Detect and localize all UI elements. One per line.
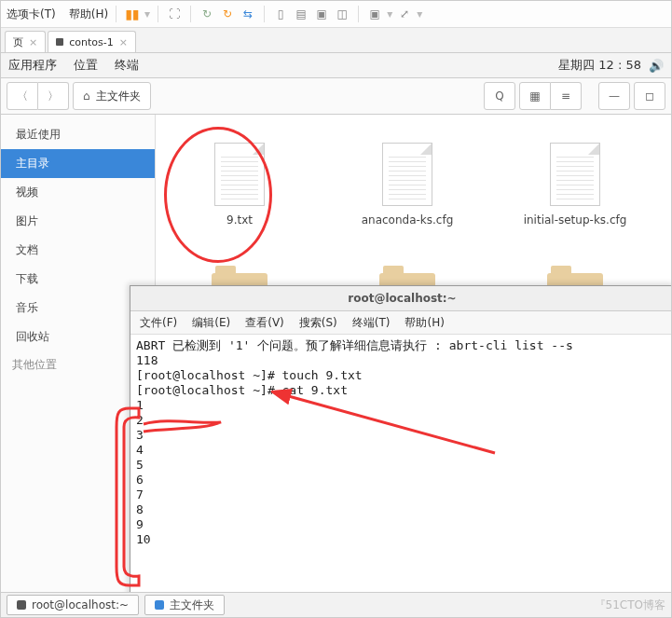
history-icon[interactable]: ↻ bbox=[219, 6, 236, 22]
layout-2-icon[interactable]: ▤ bbox=[293, 6, 309, 22]
document-icon bbox=[214, 143, 265, 206]
home-icon: ⌂ bbox=[83, 89, 90, 103]
terminal-menu-bar: 文件(F) 编辑(E) 查看(V) 搜索(S) 终端(T) 帮助(H) bbox=[130, 311, 672, 335]
maximize-button[interactable]: ◻ bbox=[634, 82, 665, 110]
tab-vm[interactable]: contos-1 × bbox=[48, 31, 136, 52]
close-icon[interactable]: × bbox=[29, 36, 37, 48]
term-menu-file[interactable]: 文件(F) bbox=[140, 315, 177, 331]
term-menu-edit[interactable]: 编辑(E) bbox=[192, 315, 230, 331]
tab-label: 页 bbox=[13, 35, 23, 49]
panel-apps[interactable]: 应用程序 bbox=[8, 57, 57, 74]
terminal-output[interactable]: ABRT 已检测到 '1' 个问题。预了解详细信息请执行 : abrt-cli … bbox=[130, 335, 672, 551]
search-button[interactable]: Q bbox=[484, 82, 515, 110]
terminal-title: root@localhost:~ bbox=[130, 286, 672, 311]
vm-icon bbox=[56, 38, 63, 46]
layout-1-icon[interactable]: ▯ bbox=[272, 6, 289, 22]
sidebar-item-documents[interactable]: 文档 bbox=[1, 236, 155, 265]
menu-option-tab[interactable]: 选项卡(T) bbox=[7, 7, 56, 22]
zoom-fit-icon[interactable]: ⛶ bbox=[166, 6, 183, 22]
console-icon[interactable]: ▣ bbox=[366, 6, 383, 22]
refresh-icon[interactable]: ↻ bbox=[199, 6, 215, 22]
taskbar-terminal[interactable]: root@localhost:~ bbox=[7, 595, 139, 615]
term-menu-view[interactable]: 查看(V) bbox=[245, 315, 284, 331]
task-label: 主文件夹 bbox=[170, 597, 214, 613]
view-list-button[interactable]: ≡ bbox=[551, 82, 582, 110]
file-name: initial-setup-ks.cfg bbox=[524, 213, 627, 227]
volume-icon[interactable]: 🔊 bbox=[649, 59, 664, 73]
panel-places[interactable]: 位置 bbox=[74, 57, 98, 74]
view-grid-button[interactable]: ▦ bbox=[519, 82, 551, 110]
sync-icon[interactable]: ⇆ bbox=[240, 6, 256, 22]
close-icon[interactable]: × bbox=[119, 36, 128, 48]
layout-3-icon[interactable]: ▣ bbox=[313, 6, 330, 22]
pause-icon[interactable]: ▮▮ bbox=[124, 6, 141, 22]
back-button[interactable]: 〈 bbox=[7, 82, 38, 110]
minimize-button[interactable]: — bbox=[598, 82, 630, 110]
panel-terminal[interactable]: 终端 bbox=[115, 57, 139, 74]
sidebar-item-home[interactable]: 主目录 bbox=[1, 149, 155, 178]
tab-home[interactable]: 页 × bbox=[5, 31, 46, 52]
file-item[interactable]: initial-setup-ks.cfg bbox=[528, 143, 622, 227]
file-item[interactable]: 9.txt bbox=[193, 143, 286, 227]
watermark: 『51CTO博客 bbox=[595, 597, 665, 613]
document-icon bbox=[382, 143, 432, 206]
term-menu-help[interactable]: 帮助(H) bbox=[405, 315, 444, 331]
file-item[interactable]: anaconda-ks.cfg bbox=[361, 143, 454, 227]
menu-help[interactable]: 帮助(H) bbox=[69, 7, 108, 22]
sidebar-item-pictures[interactable]: 图片 bbox=[1, 207, 155, 236]
taskbar: root@localhost:~ 主文件夹 『51CTO博客 bbox=[1, 592, 671, 617]
taskbar-filemanager[interactable]: 主文件夹 bbox=[144, 595, 225, 615]
term-menu-search[interactable]: 搜索(S) bbox=[299, 315, 337, 331]
forward-button[interactable]: 〉 bbox=[38, 82, 69, 110]
gnome-panel: 应用程序 位置 终端 星期四 12 : 58 🔊 bbox=[1, 53, 671, 78]
file-manager-toolbar: 〈 〉 ⌂ 主文件夹 Q ▦ ≡ — ◻ bbox=[1, 78, 671, 115]
terminal-window: root@localhost:~ 文件(F) 编辑(E) 查看(V) 搜索(S)… bbox=[130, 285, 672, 599]
expand-icon[interactable]: ⤢ bbox=[396, 6, 413, 22]
sidebar-item-video[interactable]: 视频 bbox=[1, 178, 155, 207]
document-icon bbox=[550, 143, 600, 206]
sidebar-item-recent[interactable]: 最近使用 bbox=[1, 120, 155, 149]
panel-clock: 星期四 12 : 58 bbox=[558, 57, 641, 74]
location-label: 主文件夹 bbox=[96, 89, 141, 104]
file-name: 9.txt bbox=[226, 213, 253, 227]
location-bar[interactable]: ⌂ 主文件夹 bbox=[73, 82, 151, 110]
tab-label: contos-1 bbox=[69, 36, 114, 48]
task-label: root@localhost:~ bbox=[32, 598, 129, 611]
file-name: anaconda-ks.cfg bbox=[362, 213, 454, 227]
top-toolbar: 选项卡(T) 帮助(H) ▮▮ ▾ ⛶ ↻ ↻ ⇆ ▯ ▤ ▣ ◫ ▣ ▾ ⤢ … bbox=[1, 1, 671, 28]
tab-strip: 页 × contos-1 × bbox=[1, 28, 671, 53]
layout-4-icon[interactable]: ◫ bbox=[334, 6, 350, 22]
term-menu-terminal[interactable]: 终端(T) bbox=[352, 315, 391, 331]
